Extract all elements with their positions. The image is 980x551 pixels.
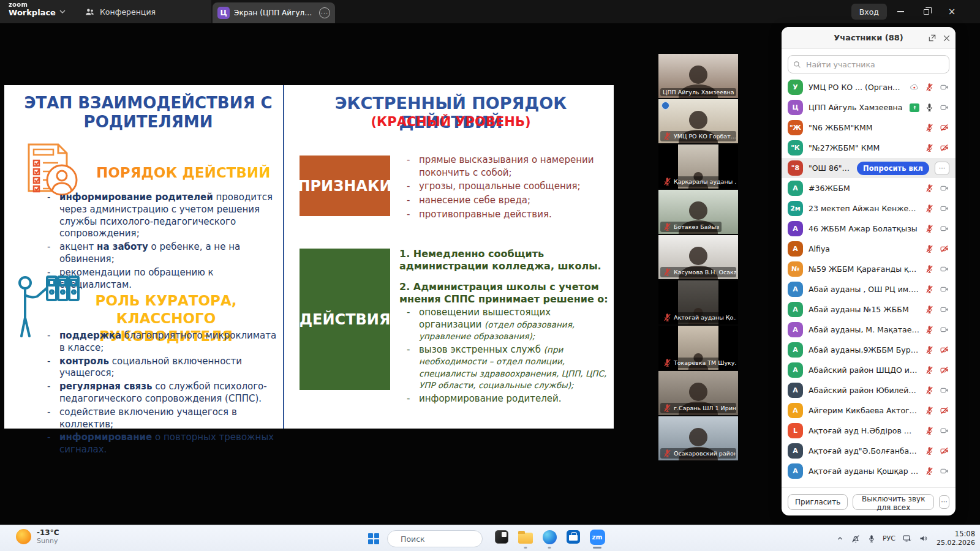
system-tray: РУС 15:08 25.02.2026 [836,525,975,551]
camera-on-slot [940,386,949,395]
taskbar-search[interactable] [387,530,483,547]
zoom-app-icon[interactable]: zm [589,529,605,545]
participant-row[interactable]: L Ақтоғай ауд Н.Әбдіров ЖББМ КМ... [782,421,956,441]
video-thumbnail[interactable]: Ботакөз Байыз [658,190,738,234]
mute-all-button[interactable]: Выключить звук для всех [853,494,934,510]
participant-row[interactable]: А Ақтоғай ауданы Қошқар мектебі [782,461,956,481]
ms-store-icon[interactable] [565,529,581,545]
footer-more-button[interactable]: ··· [939,495,949,509]
participant-row[interactable]: № №59 ЖББМ Қарағанды қаласы Би... [782,259,956,279]
mic-off-icon [925,224,934,233]
org-logo-badge [662,102,669,110]
participant-avatar: А [788,383,803,398]
taskbar-apps: zm [494,529,605,545]
edge-browser-icon[interactable] [541,529,557,545]
video-thumbnail[interactable]: Ақтоғай ауданы Қо... [658,280,738,324]
tray-mic-icon[interactable] [867,534,876,543]
participant-avatar: А [788,282,803,297]
start-button[interactable] [366,531,381,546]
participant-row[interactable]: А Абайский район Юбилейная ОШ [782,380,956,400]
close-button[interactable]: × [941,0,963,23]
participant-name: Айгерим Кикбаева Актогайский ра... [809,406,919,415]
participant-avatar: 2м [788,201,803,216]
participant-row[interactable]: А Абай ауданы, М. Мақатаев ат.ЖББМ [782,320,956,340]
mic-off-slot [925,386,934,395]
participant-avatar: У [788,80,803,95]
participant-search-input[interactable] [805,59,944,70]
file-explorer-icon[interactable] [518,529,533,545]
tray-chevron-icon[interactable] [836,534,844,542]
ask-unmute-button[interactable]: Попросить вкл [857,162,929,175]
minimize-button[interactable] [889,0,911,23]
photos-app-icon[interactable] [494,529,510,545]
participant-row[interactable]: У УМЦ РО КО ... (Организатор, я) [782,77,956,97]
participant-search[interactable] [788,55,949,73]
participant-avatar: А [788,443,803,459]
participant-avatar: № [788,261,803,277]
participant-avatar: А [788,342,803,358]
mic-off-icon [925,83,934,92]
invite-button[interactable]: Пригласить [788,494,848,510]
participant-more-button[interactable]: ··· [935,162,949,175]
participant-row[interactable]: 2м 23 мектеп Айжан Кенжебекқызы [782,198,956,219]
chevron-down-icon[interactable] [59,8,66,15]
video-thumbnail[interactable]: г.Сарань ШЛ 1 Ирин... [658,371,738,415]
participant-row[interactable]: А Абай ауданы , ОШ РЦ им.Н.Абдир... [782,279,956,299]
participant-row[interactable]: "8 "ОШ 86" г.Карага... Попросить вкл ··· [782,158,956,178]
participant-row[interactable]: А Абай ауданы №15 ЖББМ [782,299,956,320]
bullet-item: противоправные действия. [399,208,608,221]
mic-off-icon [925,446,934,455]
participant-row[interactable]: А Ақтоғай ауд"Ә.Болғанбайұлы атын... [782,441,956,461]
restore-button[interactable] [915,0,937,23]
participant-name: Ақтоғай ауданы Қошқар мектебі [809,467,919,476]
participant-row[interactable]: "Ж "N6 ЖББМ"КММ [782,118,956,138]
participant-row[interactable]: А #36ЖББМ [782,178,956,198]
video-thumbnail[interactable]: Осакаровский район... [658,416,738,460]
participant-avatar: "К [788,140,803,156]
muted-mic-slot [663,222,672,231]
mic-off-icon [663,449,672,458]
actions-text: 1. Немедленно сообщить администрации кол… [399,248,611,406]
pop-out-icon[interactable] [928,34,937,42]
participant-name: Ақтоғай ауд"Ә.Болғанбайұлы атын... [809,446,919,455]
mic-off-slot [925,285,934,294]
camera-on-slot [940,305,949,314]
clock-widget[interactable]: 15:08 25.02.2026 [937,530,975,547]
participant-name: ЦПП Айгуль Хамзеевна [809,103,904,112]
participant-row[interactable]: "К "№27ЖББМ" КММ [782,138,956,158]
video-thumbnail[interactable]: ЦПП Айгуль Хамзеевна [658,54,738,98]
video-thumbnail-strip: ЦПП Айгуль Хамзеевна УМЦ РО КО Горбат... [658,54,738,462]
video-thumbnail[interactable]: Касумова В.Н. Осака... [658,235,738,279]
action-step-1: 1. Немедленно сообщить администрации кол… [399,248,611,272]
network-icon[interactable] [902,534,912,543]
participant-avatar: А [788,322,803,337]
participant-row[interactable]: А 46 ЖББМ Ажар Болатқызы [782,219,956,239]
video-thumbnail[interactable]: Қарқаралы ауданы ... [658,144,738,189]
video-thumbnail[interactable]: Токаревка ТМ Шуку... [658,326,738,370]
bullet-item: угрозы, прощальные сообщения; [399,180,608,193]
participant-row[interactable]: А Alfiya [782,239,956,259]
video-thumbnail[interactable]: УМЦ РО КО Горбат... [658,99,738,143]
login-button[interactable]: Вход [851,4,887,20]
participant-row[interactable]: Ц ЦПП Айгуль Хамзеевна [782,97,956,118]
mic-off-slot [925,224,934,233]
participant-row[interactable]: А Абай ауданы,9ЖББМ Буранова Ка... [782,340,956,360]
mic-off-slot [925,123,934,132]
tab-more-button[interactable]: ··· [319,7,330,18]
bell-off-icon[interactable] [851,534,861,544]
close-panel-icon[interactable] [943,34,951,42]
mic-off-icon [663,222,672,231]
weather-widget[interactable]: -13°C Sunny [16,528,59,545]
language-indicator[interactable]: РУС [883,534,895,542]
tab-screen-share[interactable]: Ц Экран (ЦПП Айгуль Хамзеевна) ··· [213,2,335,23]
mic-off-icon [663,132,672,141]
participant-row[interactable]: А Абайский район ШЦДО имени К.С... [782,360,956,380]
tab-conference[interactable]: Конференция [85,0,156,23]
participants-footer: Пригласить Выключить звук для всех ··· [782,487,956,515]
sun-icon [16,529,31,544]
participant-name: Абай ауданы, М. Мақатаев ат.ЖББМ [809,325,919,334]
participant-row[interactable]: А Айгерим Кикбаева Актогайский ра... [782,400,956,421]
mic-off-slot [925,244,934,253]
speaker-icon[interactable] [919,534,928,543]
taskbar-search-input[interactable] [399,534,497,544]
